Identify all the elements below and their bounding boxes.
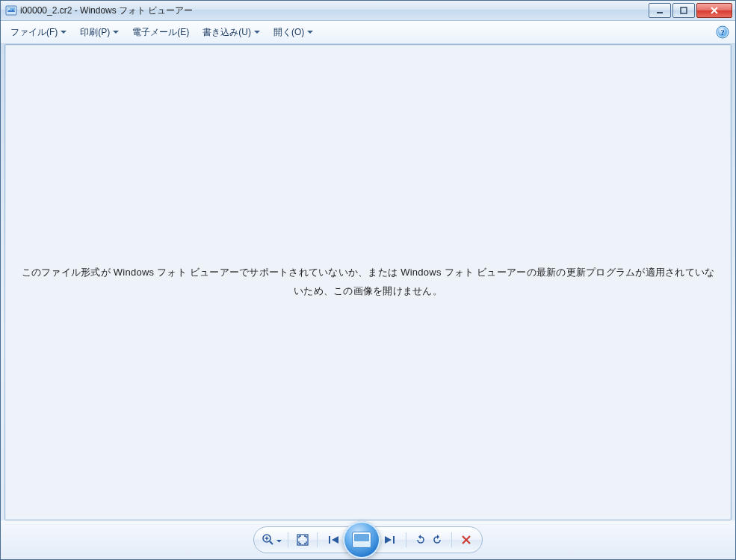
chevron-down-icon [276,535,282,545]
separator [288,532,288,547]
titlebar[interactable]: i00000_2.cr2 - Windows フォト ビューアー [1,1,735,21]
rotate-cw-button[interactable] [429,530,445,550]
svg-rect-3 [657,12,663,13]
help-button[interactable]: ? [716,25,729,39]
separator [406,532,406,547]
window-controls [649,3,732,18]
app-icon [5,4,17,16]
delete-button[interactable] [458,530,474,550]
navigation-group [324,521,400,559]
image-viewport: このファイル形式が Windows フォト ビューアーでサポートされていないか、… [6,46,730,519]
menu-file[interactable]: ファイル(F) [5,23,70,41]
maximize-button[interactable] [672,3,695,18]
menu-open-label: 開く(O) [273,26,304,39]
chevron-down-icon [61,31,67,34]
fit-window-button[interactable] [294,530,311,550]
photo-viewer-window: i00000_2.cr2 - Windows フォト ビューアー ファイル(F)… [0,0,736,560]
close-button[interactable] [696,3,732,18]
svg-rect-13 [329,536,330,544]
next-button[interactable] [377,530,400,550]
menubar: ファイル(F) 印刷(P) 電子メール(E) 書き込み(U) 開く(O) ? [1,21,735,44]
minimize-button[interactable] [649,3,671,18]
chevron-down-icon [254,31,260,34]
viewer-frame: このファイル形式が Windows フォト ビューアーでサポートされていないか、… [4,44,732,520]
svg-text:?: ? [720,28,725,37]
separator [317,532,318,547]
svg-rect-14 [393,536,395,544]
svg-rect-4 [681,7,687,13]
control-strip [1,520,735,559]
menu-email-label: 電子メール(E) [132,26,189,39]
menu-email[interactable]: 電子メール(E) [127,23,193,41]
zoom-button[interactable] [262,530,282,550]
slideshow-button[interactable] [343,521,380,559]
menu-open[interactable]: 開く(O) [268,23,317,41]
svg-line-9 [270,541,273,544]
separator [451,532,452,547]
rotate-ccw-button[interactable] [412,530,429,550]
menu-burn[interactable]: 書き込み(U) [197,23,264,41]
control-pill [253,526,483,553]
chevron-down-icon [113,31,119,34]
error-message: このファイル形式が Windows フォト ビューアーでサポートされていないか、… [17,264,720,300]
slideshow-icon [352,532,371,548]
menu-burn-label: 書き込み(U) [202,26,251,39]
menu-print[interactable]: 印刷(P) [75,23,123,41]
chevron-down-icon [307,31,313,34]
window-title: i00000_2.cr2 - Windows フォト ビューアー [20,4,649,17]
menu-file-label: ファイル(F) [10,26,58,39]
svg-point-2 [8,8,10,10]
menu-print-label: 印刷(P) [80,26,110,39]
